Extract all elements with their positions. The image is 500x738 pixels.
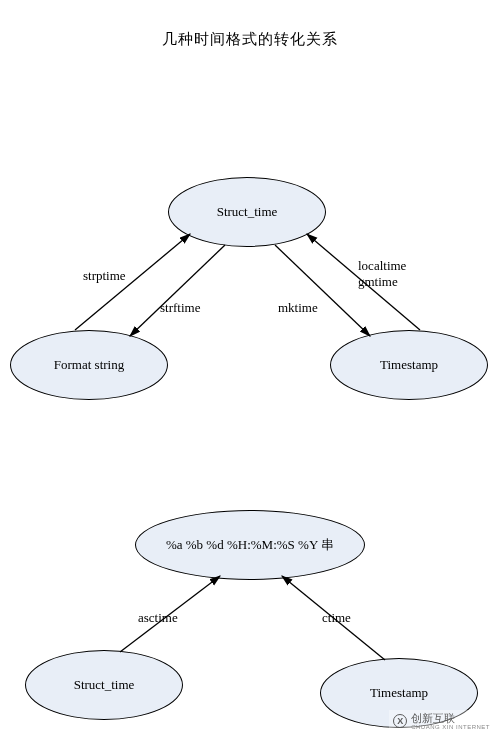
node-timestamp-1: Timestamp bbox=[330, 330, 488, 400]
node-label: Timestamp bbox=[370, 685, 428, 701]
watermark-brand-en: CHUANG XIN INTERNET bbox=[411, 724, 490, 730]
arrow-strftime bbox=[130, 245, 225, 336]
edge-label-mktime: mktime bbox=[278, 300, 318, 316]
edge-label-strptime: strptime bbox=[83, 268, 126, 284]
node-label: Timestamp bbox=[380, 357, 438, 373]
node-format-string: Format string bbox=[10, 330, 168, 400]
node-struct-time-2: Struct_time bbox=[25, 650, 183, 720]
watermark-logo-letter: X bbox=[397, 716, 403, 726]
node-format-spec: %a %b %d %H:%M:%S %Y 串 bbox=[135, 510, 365, 580]
edge-label-ctime: ctime bbox=[322, 610, 351, 626]
watermark-brand-cn: 创新互联 bbox=[411, 712, 490, 724]
arrow-mktime bbox=[275, 245, 370, 336]
edge-label-strftime: strftime bbox=[160, 300, 200, 316]
edge-label-localtime-gmtime: localtime gmtime bbox=[358, 258, 406, 290]
edge-label-asctime: asctime bbox=[138, 610, 178, 626]
node-struct-time-1: Struct_time bbox=[168, 177, 326, 247]
node-label: %a %b %d %H:%M:%S %Y 串 bbox=[166, 536, 334, 554]
diagram-title: 几种时间格式的转化关系 bbox=[0, 30, 500, 49]
watermark-text: 创新互联 CHUANG XIN INTERNET bbox=[411, 712, 490, 730]
diagram-canvas: 几种时间格式的转化关系 Struct_time Format string Ti… bbox=[0, 0, 500, 738]
node-label: Struct_time bbox=[217, 204, 278, 220]
watermark-logo: X bbox=[393, 714, 407, 728]
watermark: X 创新互联 CHUANG XIN INTERNET bbox=[389, 710, 494, 732]
node-label: Struct_time bbox=[74, 677, 135, 693]
node-label: Format string bbox=[54, 357, 124, 373]
